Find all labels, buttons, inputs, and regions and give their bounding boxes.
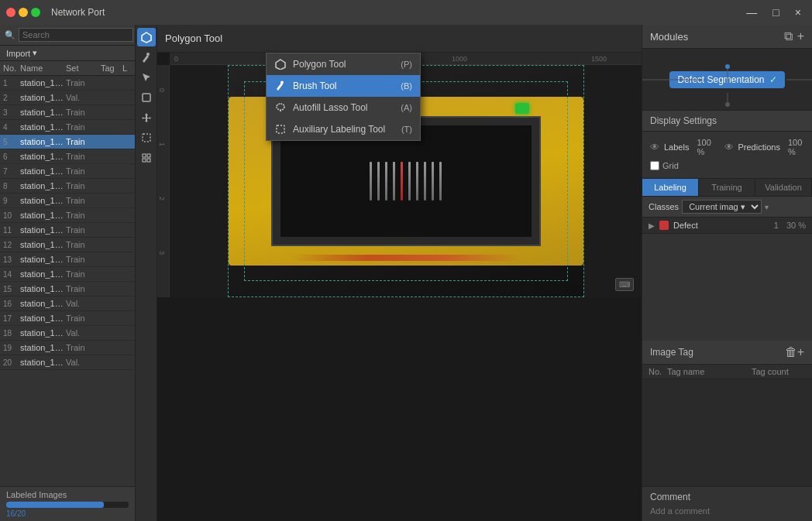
classes-label: Classes	[649, 202, 679, 211]
close-button[interactable]	[6, 8, 15, 17]
rect-tool-button[interactable]	[137, 88, 156, 107]
row-set: Val.	[66, 93, 101, 102]
table-header: No. Name Set Tag L	[0, 61, 135, 76]
row-no: 7	[3, 167, 20, 176]
col-name: Name	[20, 63, 66, 73]
pan-tool-button[interactable]	[137, 108, 156, 127]
table-row[interactable]: 15 station_1_... Train	[0, 282, 135, 296]
table-row[interactable]: 13 station_1_... Train	[0, 252, 135, 267]
row-set: Train	[66, 78, 101, 87]
table-row[interactable]: 8 station_1_... Train	[0, 179, 135, 194]
row-name: station_1_...	[20, 137, 66, 146]
classes-filter-select[interactable]: Current imag ▾	[682, 200, 762, 214]
labeled-footer: Labeled Images 16/20	[0, 486, 135, 521]
row-set: Train	[66, 284, 101, 293]
grid-checkbox[interactable]	[650, 161, 659, 170]
row-name: station_1_...	[20, 255, 66, 264]
table-row[interactable]: 9 station_1_... Train	[0, 194, 135, 208]
display-settings-body: 👁 Labels 100 % 👁 Predictions 100 % Grid	[642, 132, 812, 179]
add-tag-button[interactable]: +	[797, 345, 804, 359]
table-row[interactable]: 5 station_1_... Train	[0, 135, 135, 149]
delete-tag-button[interactable]: 🗑	[785, 345, 797, 359]
row-name: station_1_...	[20, 328, 66, 338]
restore-win-button[interactable]: □	[768, 5, 783, 20]
table-row[interactable]: 1 station_1_... Train	[0, 76, 135, 91]
dashed-rect-button[interactable]	[137, 129, 156, 147]
table-row[interactable]: 16 station_1_... Val.	[0, 296, 135, 311]
tab-validation[interactable]: Validation	[755, 179, 812, 196]
modules-header: Modules ⧉ +	[642, 25, 812, 49]
row-name: station_1_...	[20, 284, 66, 293]
svg-marker-0	[142, 33, 151, 43]
table-row[interactable]: 11 station_1_... Train	[0, 223, 135, 238]
table-row[interactable]: 2 station_1_... Val.	[0, 91, 135, 105]
dropdown-item-lasso[interactable]: Autofill Lasso Tool (A)	[267, 97, 420, 118]
row-no: 13	[3, 255, 20, 264]
svg-rect-6	[143, 159, 146, 162]
brush-tool-button[interactable]	[137, 48, 156, 67]
dropdown-shortcut: (T)	[401, 125, 412, 134]
select-tool-button[interactable]	[137, 68, 156, 87]
maximize-button[interactable]	[31, 8, 40, 17]
main-layout: 🔍 ⊞ ⧉ ≡ ⊟ Import ▾ No. Name Set Tag L	[0, 25, 812, 521]
dropdown-item-brush[interactable]: Brush Tool (B)	[267, 75, 420, 97]
row-name: station_1_...	[20, 358, 66, 367]
progress-bar-fill	[6, 502, 104, 508]
row-name: station_1_...	[20, 122, 66, 132]
dropdown-arrow-icon: ▾	[765, 203, 769, 211]
title-bar-actions: — □ ×	[741, 5, 806, 20]
row-no: 8	[3, 182, 20, 190]
comment-input[interactable]	[650, 506, 804, 516]
import-button[interactable]: Import ▾	[6, 48, 37, 58]
table-row[interactable]: 19 station_1_... Train	[0, 341, 135, 355]
table-row[interactable]: 6 station_1_... Train	[0, 149, 135, 164]
minimize-win-button[interactable]: —	[741, 5, 762, 20]
progress-text: 16/20	[6, 509, 129, 518]
search-input[interactable]	[19, 28, 133, 42]
tool-dropdown-menu: Polygon Tool (P) Brush Tool (B) Autofill…	[266, 53, 421, 141]
table-row[interactable]: 12 station_1_... Train	[0, 238, 135, 252]
close-win-button[interactable]: ×	[790, 5, 806, 20]
dropdown-shortcut: (A)	[401, 103, 412, 112]
table-row[interactable]: 18 station_1_... Val.	[0, 326, 135, 341]
classes-row: Classes Current imag ▾ ▾	[642, 197, 812, 218]
table-row[interactable]: 4 station_1_... Train	[0, 120, 135, 135]
labels-pct: 100 %	[697, 138, 713, 156]
table-row[interactable]: 7 station_1_... Train	[0, 164, 135, 179]
copy-module-button[interactable]: ⧉	[784, 29, 793, 43]
canvas-toolbar: Polygon Tool Polygon Tool (P) Brush Tool…	[157, 25, 642, 53]
row-no: 18	[3, 329, 20, 338]
tab-labeling[interactable]: Labeling	[642, 179, 699, 196]
image-tag-header: Image Tag 🗑 +	[642, 341, 812, 365]
expand-arrow-icon[interactable]: ▶	[649, 221, 655, 230]
row-name: station_1_...	[20, 78, 66, 87]
row-no: 3	[3, 108, 20, 117]
row-name: station_1_...	[20, 314, 66, 323]
svg-point-9	[280, 81, 284, 84]
grid-row: Grid	[650, 159, 804, 172]
table-row[interactable]: 14 station_1_... Train	[0, 267, 135, 282]
labeling-tabs: Labeling Training Validation	[642, 179, 812, 197]
layers-button[interactable]	[137, 149, 156, 167]
tab-training[interactable]: Training	[699, 179, 755, 196]
left-panel: 🔍 ⊞ ⧉ ≡ ⊟ Import ▾ No. Name Set Tag L	[0, 25, 136, 521]
row-no: 5	[3, 138, 20, 146]
table-row[interactable]: 17 station_1_... Train	[0, 311, 135, 326]
window-title: Network Port	[51, 7, 737, 18]
keyboard-icon: ⌨	[615, 278, 634, 291]
dropdown-item-polygon[interactable]: Polygon Tool (P)	[267, 53, 420, 75]
svg-marker-8	[276, 60, 285, 70]
row-no: 16	[3, 300, 20, 308]
svg-rect-4	[143, 154, 146, 157]
predictions-label: Predictions	[738, 142, 780, 152]
add-module-button[interactable]: +	[797, 29, 804, 43]
row-name: station_1_...	[20, 196, 66, 205]
dropdown-item-aux[interactable]: Auxiliary Labeling Tool (T)	[267, 118, 420, 140]
polygon-tool-button[interactable]	[137, 28, 156, 46]
display-settings-header: Display Settings	[642, 111, 812, 132]
table-row[interactable]: 20 station_1_... Val.	[0, 355, 135, 370]
table-row[interactable]: 10 station_1_... Train	[0, 208, 135, 223]
minimize-button[interactable]	[19, 8, 28, 17]
table-row[interactable]: 3 station_1_... Train	[0, 105, 135, 120]
grid-label: Grid	[662, 161, 679, 170]
